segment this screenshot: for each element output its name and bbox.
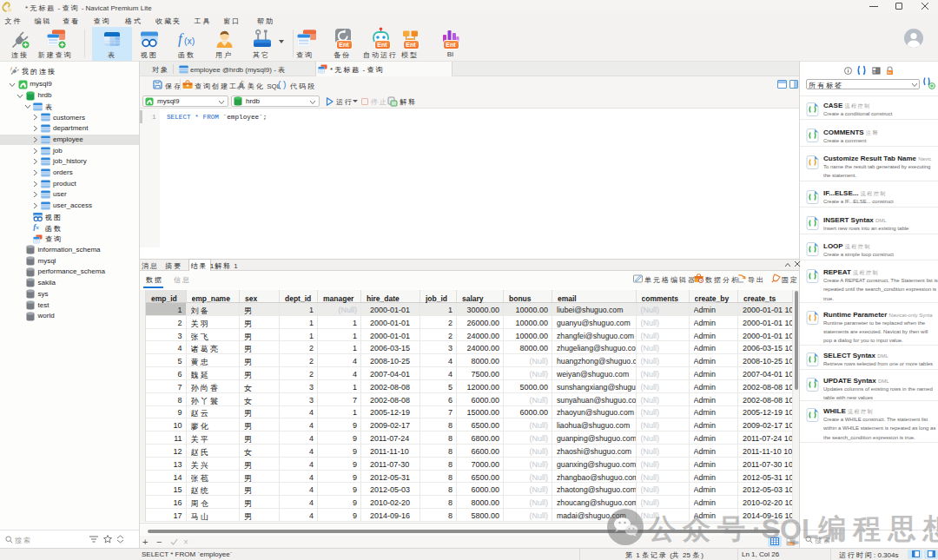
- svg-text:Ent: Ent: [888, 71, 892, 75]
- svg-text:f: f: [178, 30, 184, 47]
- svg-text:(x): (x): [184, 36, 195, 46]
